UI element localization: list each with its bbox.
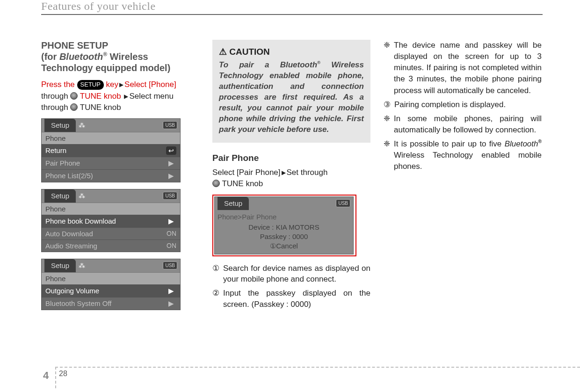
row-label: Pair Phone bbox=[45, 159, 80, 167]
step-text: Search for device names as displayed on … bbox=[223, 263, 370, 285]
triangle-icon: ▶ bbox=[119, 81, 123, 89]
row-label: Outgoing Volume bbox=[45, 287, 99, 295]
column-3: ❈ The device name and passkey will be di… bbox=[384, 40, 542, 317]
info-text: In some mobile phones, pairing will auto… bbox=[394, 113, 542, 136]
info-text: The device name and passkey will be disp… bbox=[394, 40, 542, 96]
bullet-icon: ❈ bbox=[384, 40, 390, 96]
caution-body-sup: ® bbox=[317, 60, 320, 65]
screen-subbar: Phone bbox=[42, 203, 180, 215]
screen-cancel-line: ①Cancel bbox=[218, 241, 350, 251]
info-text-bt: Bluetooth bbox=[505, 139, 538, 148]
screen-row-pair-phone: Pair Phone ▶ bbox=[42, 157, 180, 169]
screen-tab: Setup bbox=[218, 197, 249, 210]
screen-tab: Setup bbox=[44, 119, 76, 132]
footer-dashline bbox=[55, 367, 580, 368]
row-value: ON bbox=[167, 242, 176, 249]
chevron-right-icon: ▶ bbox=[166, 159, 176, 167]
step-number: ② bbox=[212, 288, 219, 310]
pair-phone-head: Pair Phone bbox=[212, 153, 370, 163]
screen-tab: Setup bbox=[44, 189, 76, 203]
page: Features of your vehicle PHONE SETUP (fo… bbox=[0, 0, 580, 392]
screen-topbar: Setup ⁂ USB bbox=[42, 189, 180, 203]
screen-breadcrumb: Phone>Pair Phone bbox=[218, 213, 350, 221]
pair-instr-pre: Select [Pair Phone] bbox=[212, 168, 281, 177]
instr-through2: through bbox=[41, 103, 70, 112]
caution-body-post: Wireless Technology enabled mobile phone… bbox=[219, 60, 364, 134]
caution-body-pre: To pair a Bluetooth bbox=[219, 60, 317, 69]
triangle-icon: ▶ bbox=[124, 93, 128, 101]
info-item-1: ❈ The device name and passkey will be di… bbox=[384, 40, 542, 96]
step-2: ② Input the passkey displayed on the scr… bbox=[212, 288, 370, 310]
screen-row-bt-system-off: Bluetooth System Off ▶ bbox=[42, 297, 180, 310]
row-label: Bluetooth System Off bbox=[45, 299, 111, 307]
row-label: Return bbox=[45, 146, 66, 154]
steps-list: ① Search for device names as displayed o… bbox=[212, 263, 370, 310]
warning-icon: ⚠ bbox=[219, 47, 227, 57]
usb-icon: USB bbox=[163, 261, 177, 269]
caution-box: ⚠ CAUTION To pair a Bluetooth® Wireless … bbox=[212, 40, 370, 143]
row-label: Phone book Download bbox=[45, 217, 116, 225]
screen-row-outgoing-volume: Outgoing Volume ▶ bbox=[42, 284, 180, 297]
screen-tab: Setup bbox=[44, 259, 76, 272]
usb-icon: USB bbox=[336, 199, 350, 207]
screen-row-return: Return ↩ bbox=[42, 144, 180, 157]
screen-row-phone-list: Phone List(2/5) ▶ bbox=[42, 169, 180, 182]
step-number: ① bbox=[212, 263, 219, 285]
row-label: Phone List(2/5) bbox=[45, 172, 93, 180]
chevron-right-icon: ▶ bbox=[166, 299, 176, 308]
bluetooth-icon: ⁂ bbox=[79, 262, 84, 269]
back-icon: ↩ bbox=[166, 146, 176, 155]
pair-instr-post: Set through bbox=[287, 168, 328, 177]
header-title: Features of your vehicle bbox=[41, 0, 156, 13]
tune-knob-red: TUNE knob bbox=[80, 92, 121, 101]
screen-center: Device : KIA MOTORS Passkey : 0000 ①Canc… bbox=[218, 223, 350, 251]
footer: 4 28 bbox=[0, 365, 580, 384]
screen-body: Phone>Pair Phone Device : KIA MOTORS Pas… bbox=[215, 210, 353, 254]
info-item-2: ③ Pairing completion is displayed. bbox=[384, 99, 542, 110]
row-label: Audio Streaming bbox=[45, 242, 97, 250]
step-text: Input the passkey displayed on the scree… bbox=[223, 288, 370, 310]
info-item-3: ❈ In some mobile phones, pairing will au… bbox=[384, 113, 542, 136]
screen-phone-2: Setup ⁂ USB Phone Phone book Download ▶ … bbox=[41, 189, 181, 252]
title-line1: PHONE SETUP bbox=[41, 40, 108, 51]
knob-icon bbox=[212, 180, 220, 187]
caution-body: To pair a Bluetooth® Wireless Technology… bbox=[219, 60, 364, 135]
title-line2-pre: (for bbox=[41, 51, 59, 62]
instruction-block: Press the SETUP key▶Select [Phone] throu… bbox=[41, 79, 199, 114]
screen-row-audio-streaming: Audio Streaming ON bbox=[42, 240, 180, 252]
caution-head: ⚠ CAUTION bbox=[219, 46, 364, 57]
screen-device-line: Device : KIA MOTORS bbox=[218, 223, 350, 232]
setup-key-icon: SETUP bbox=[77, 80, 104, 90]
tune-knob-black: TUNE knob bbox=[80, 103, 121, 112]
screen-subbar: Phone bbox=[42, 132, 180, 144]
pair-instruction: Select [Pair Phone]▶Set through TUNE kno… bbox=[212, 167, 370, 190]
instr-select-menu: Select menu bbox=[129, 92, 174, 101]
title-line2-sup: ® bbox=[103, 51, 107, 58]
screen-phone-3: Setup ⁂ USB Phone Outgoing Volume ▶ Blue… bbox=[41, 259, 181, 310]
bluetooth-icon: ⁂ bbox=[79, 122, 84, 129]
chevron-right-icon: ▶ bbox=[166, 172, 176, 180]
knob-icon bbox=[70, 103, 78, 111]
usb-icon: USB bbox=[163, 192, 177, 200]
triangle-icon: ▶ bbox=[282, 169, 286, 177]
screen-passkey-line: Passkey : 0000 bbox=[218, 232, 350, 241]
info-text: Pairing completion is displayed. bbox=[394, 99, 506, 110]
screen-subbar: Phone bbox=[42, 272, 180, 284]
page-number: 28 bbox=[59, 370, 67, 378]
pair-phone-screen-redbox: Setup USB Phone>Pair Phone Device : KIA … bbox=[212, 195, 356, 256]
row-value: ON bbox=[167, 230, 176, 237]
instr-select-phone: Select [Phone] bbox=[124, 80, 176, 89]
columns: PHONE SETUP (for Bluetooth® Wireless Tec… bbox=[41, 40, 543, 317]
screen-row-phonebook-download: Phone book Download ▶ bbox=[42, 215, 180, 227]
chevron-right-icon: ▶ bbox=[166, 217, 176, 225]
footer-dashcol bbox=[55, 367, 56, 388]
usb-icon: USB bbox=[163, 121, 177, 129]
row-label: Auto Download bbox=[45, 230, 93, 238]
bluetooth-icon: ⁂ bbox=[79, 192, 84, 200]
info-text-pre: It is possible to pair up to five bbox=[394, 139, 505, 148]
header-rule bbox=[41, 14, 543, 15]
instr-press: Press the bbox=[41, 80, 77, 89]
caution-head-text: CAUTION bbox=[229, 47, 270, 57]
title-line2: (for Bluetooth® Wireless Technology equi… bbox=[41, 51, 199, 73]
chapter-number: 4 bbox=[43, 370, 49, 382]
